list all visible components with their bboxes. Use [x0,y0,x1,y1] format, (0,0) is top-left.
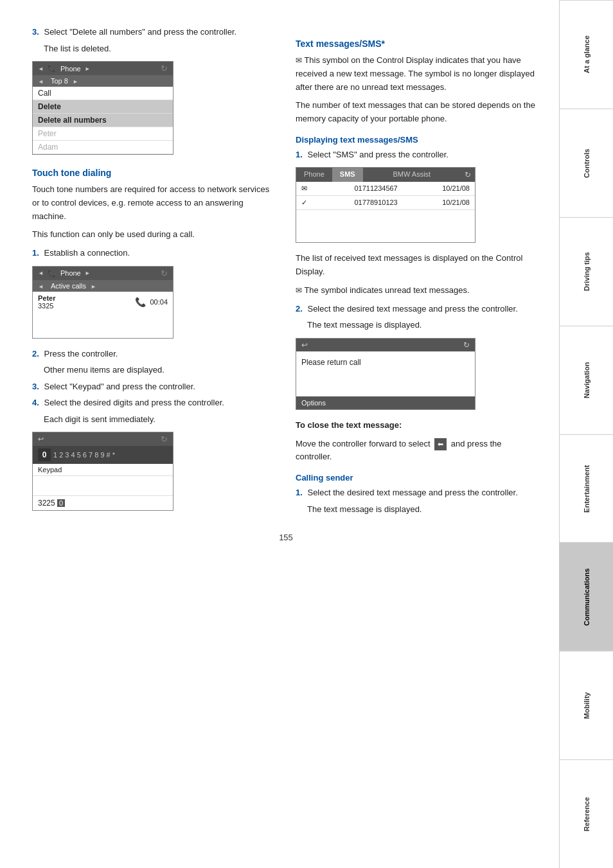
caller-name: Peter [38,294,56,302]
active-calls-header: ◄ 📞 Phone ► ↻ [33,267,173,280]
keypad-header: ↩ ↻ [33,432,173,446]
intro-step-continuation: The list is deleted. [44,42,276,55]
arrow-left-sub-ac: ◄ [38,283,44,290]
menu-delete: Delete [33,100,173,114]
menu-peter: Peter [33,127,173,141]
caller-info: Peter 3325 [38,294,56,310]
call-icon: 📞 [135,297,146,307]
calling-sender-header: Calling sender [296,473,540,483]
refresh-icon-ac: ↻ [161,269,168,278]
keypad-back-icon: ↩ [38,435,44,443]
sidebar-tab-navigation[interactable]: Navigation [560,326,613,434]
step2-number: 2. [32,349,39,359]
message-body: Please return call [296,351,475,396]
sms-step2-continuation: The text message is displayed. [307,319,540,332]
phone-ui-delete-header: ◄ 📞 Phone ► ↻ [33,62,173,75]
keypad-all-digits: 1 2 3 4 5 6 7 8 9 # * [53,451,115,459]
keypad-row: 0 1 2 3 4 5 6 7 8 9 # * [33,446,173,464]
arrow-left-icon: ◄ [38,66,44,72]
displaying-sms-header: Displaying text messages/SMS [296,135,540,145]
msg-refresh-icon: ↻ [463,341,470,350]
intro-step-text: Select "Delete all numbers" and press th… [44,27,236,37]
touch-tone-step3: 3. Select "Keypad" and press the control… [32,380,276,393]
phone-icon-small: 📞 [48,64,57,73]
calling-step1-number: 1. [296,488,303,497]
sms-ui: Phone SMS BMW Assist ↻ ✉ 01711234567 10/… [296,167,475,243]
refresh-icon: ↻ [161,64,168,73]
calling-step1-text: Select the desired text message and pres… [307,488,517,497]
close-instructions: To close the text message: [296,419,540,432]
message-ui: ↩ ↻ Please return call Options [296,338,475,410]
sms-step2: 2. Select the desired text message and p… [296,303,540,315]
phone-icon-ac: 📞 [48,269,57,278]
step4-number: 4. [32,398,39,407]
sms-step1-number: 1. [296,150,303,159]
active-call-row: Peter 3325 📞 00:04 [33,292,173,312]
phone-label: Phone [60,65,81,73]
arrow-left-subheader: ◄ [38,78,44,85]
tab-phone: Phone [296,168,332,182]
menu-delete-all: Delete all numbers [33,114,173,127]
sms-number-1: 01711234567 [354,184,397,193]
envelope-symbol: ✉ [296,56,302,65]
step1-text: Establish a connection. [44,248,130,258]
keypad-item-label: Keypad [33,464,173,476]
two-column-layout: 3. Select "Delete all numbers" and press… [32,26,540,520]
close-text: Move the controller forward to select [296,439,431,448]
message-ui-header: ↩ ↻ [296,339,475,351]
sidebar-tab-entertainment[interactable]: Entertainment [560,434,613,543]
sms-spacer [296,210,475,242]
step3-number: 3. [32,382,39,391]
back-arrow-button: ⬅ [434,438,447,451]
message-text: Please return call [301,358,361,367]
menu-call: Call [33,87,173,100]
active-calls-subheader: ◄ Active calls ► [33,280,173,292]
sidebar-tab-at-a-glance[interactable]: At a glance [560,0,613,109]
sms-after-para2: ✉ The symbol indicates unread text messa… [296,284,540,297]
keypad-current-digit: 0 [38,448,51,461]
step2-text: Press the controller. [44,349,118,359]
sidebar-tab-communications[interactable]: Communications [560,542,613,651]
touch-tone-para2: This function can only be used during a … [32,228,276,242]
arrow-right-icon: ► [85,66,91,72]
options-label: Options [301,399,326,407]
touch-tone-step2: 2. Press the controller. [32,348,276,360]
step2-continuation: Other menu items are displayed. [44,364,276,376]
close-para: Move the controller forward to select ⬅ … [296,438,540,465]
call-time: 00:04 [150,298,168,306]
phone-ui-title: ◄ 📞 Phone ► [38,64,91,73]
sidebar-tab-driving-tips[interactable]: Driving tips [560,217,613,326]
sms-step2-text: Select the desired text message and pres… [307,304,517,314]
sms-read-icon: ✓ [301,199,307,207]
tab-bmw-assist: BMW Assist [387,168,436,182]
touch-tone-header: Touch tone dialing [32,168,276,178]
sms-tab-bar: Phone SMS BMW Assist ↻ [296,168,475,182]
sms-after-para1: The list of received text messages is di… [296,252,540,279]
message-footer: Options [296,396,475,409]
sms-step1: 1. Select "SMS" and press the controller… [296,148,540,161]
sidebar-tab-controls[interactable]: Controls [560,109,613,217]
main-content: 3. Select "Delete all numbers" and press… [0,0,559,868]
sms-symbol-text: The symbol indicates unread text message… [304,285,469,295]
step3-text: Select "Keypad" and press the controller… [44,382,195,391]
keypad-cursor: 0 [57,499,65,507]
page-number: 155 [32,533,540,542]
touch-tone-para1: Touch tone numbers are required for acce… [32,183,276,223]
intro-step: 3. Select "Delete all numbers" and press… [32,26,276,39]
sidebar-tab-reference[interactable]: Reference [560,759,613,868]
sms-unread-icon: ✉ [301,184,307,193]
phone-label-ac: Phone [60,269,81,277]
sms-section-header: Text messages/SMS* [296,39,540,49]
msg-back-icon: ↩ [301,341,308,350]
active-calls-title: ◄ 📞 Phone ► [38,269,91,278]
sidebar-tab-mobility[interactable]: Mobility [560,651,613,759]
active-calls-label: Active calls [51,282,86,290]
phone-ui-active-calls: ◄ 📞 Phone ► ↻ ◄ Active calls ► Peter 332… [32,266,173,339]
arrow-right-subheader: ► [73,78,78,85]
right-column: Text messages/SMS* ✉ This symbol on the … [296,26,540,520]
keypad-refresh-icon: ↻ [161,434,168,444]
step1-number: 1. [32,248,39,258]
keypad-number: 3225 [38,499,55,508]
sms-para2: The number of text messages that can be … [296,99,540,126]
sms-refresh-icon: ↻ [461,168,475,182]
